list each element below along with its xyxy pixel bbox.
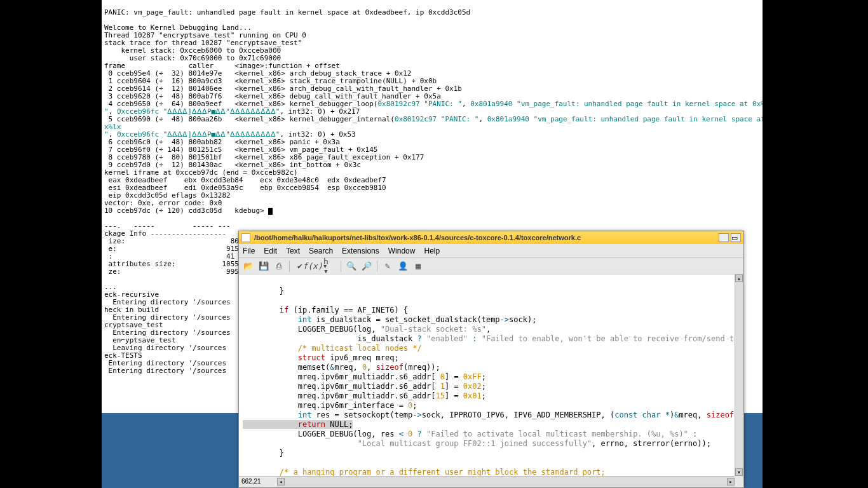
toolbar-separator-3 <box>377 261 377 272</box>
panic-line: PANIC: vm_page_fault: unhandled page fau… <box>104 8 470 17</box>
find-next-icon[interactable]: 🔎 <box>360 259 374 273</box>
frame-4: 4 cceb9650 (+ 64) 800a9eef <kernel_x86> … <box>104 100 763 116</box>
open-icon[interactable]: 📂 <box>241 259 255 273</box>
titlebar[interactable]: /boot/home/haiku/haikuports/net-libs/tox… <box>239 231 743 244</box>
save-icon[interactable]: 💾 <box>257 259 271 273</box>
cursor-position: 662,21 <box>239 476 277 487</box>
code-editor[interactable]: } if (ip.family == AF_INET6) { int is_du… <box>239 274 735 476</box>
window-title: /boot/home/haiku/haikuports/net-libs/tox… <box>254 234 717 241</box>
scroll-down-icon[interactable]: ▾ <box>735 468 743 476</box>
vertical-scrollbar[interactable]: ▴ ▾ <box>735 274 743 476</box>
menu-help[interactable]: Help <box>424 247 440 255</box>
maximize-button[interactable]: ▭ <box>731 233 741 242</box>
menu-search[interactable]: Search <box>309 247 333 255</box>
grid-icon[interactable]: ▦ <box>411 259 425 273</box>
menu-text[interactable]: Text <box>286 247 300 255</box>
document-tab-icon[interactable] <box>241 233 250 242</box>
editor-window: /boot/home/haiku/haikuports/net-libs/tox… <box>238 231 744 488</box>
toolbar: 📂 💾 ⎙ ✔ f(x)▾ h ▾ 🔍 🔎 ✎ 👤 ▦ <box>239 258 743 274</box>
toolbar-separator-2 <box>341 261 341 272</box>
menu-file[interactable]: File <box>243 247 255 255</box>
find-icon[interactable]: 🔍 <box>344 259 358 273</box>
entering-5: Entering directory '/sources <box>104 367 226 375</box>
print-icon[interactable]: ⎙ <box>272 259 286 273</box>
scroll-left-icon[interactable]: ◂ <box>277 478 285 485</box>
user-icon[interactable]: 👤 <box>396 259 410 273</box>
toolbar-separator <box>289 261 290 272</box>
horizontal-scrollbar[interactable]: ◂ ▸ <box>277 476 735 487</box>
menubar: File Edit Text Search Extensions Window … <box>239 244 743 258</box>
menu-edit[interactable]: Edit <box>264 247 277 255</box>
menu-window[interactable]: Window <box>388 247 416 255</box>
function-icon[interactable]: f(x)▾ <box>308 259 322 273</box>
menu-extensions[interactable]: Extensions <box>342 247 379 255</box>
frame-10-prompt: 10 cceb97dc (+ 120) cdd3c05d kdebug> <box>104 207 273 215</box>
header-icon[interactable]: h ▾ <box>323 259 337 273</box>
scroll-right-icon[interactable]: ▸ <box>727 478 735 485</box>
pkg-ze: ze: 995 <box>104 268 239 276</box>
minimize-button[interactable] <box>719 233 729 242</box>
cursor <box>268 208 273 215</box>
scroll-up-icon[interactable]: ▴ <box>735 274 743 282</box>
frame-5: 5 cceb9690 (+ 48) 800aa26b <kernel_x86> … <box>104 115 763 139</box>
edit-icon[interactable]: ✎ <box>381 259 395 273</box>
